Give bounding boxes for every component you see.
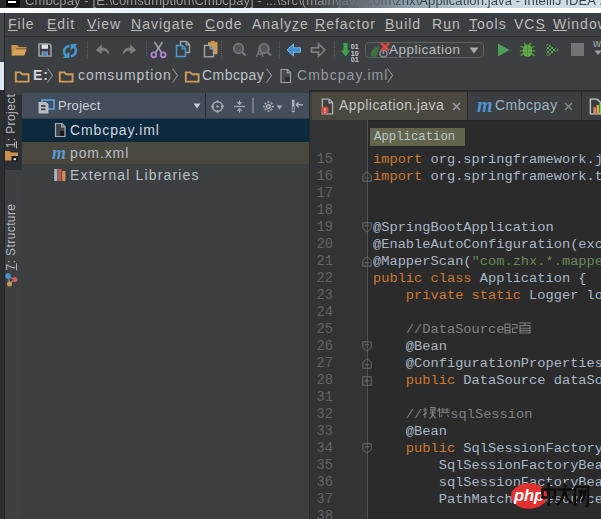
svg-text:php: php [513,486,544,504]
svg-text:01: 01 [351,55,359,62]
